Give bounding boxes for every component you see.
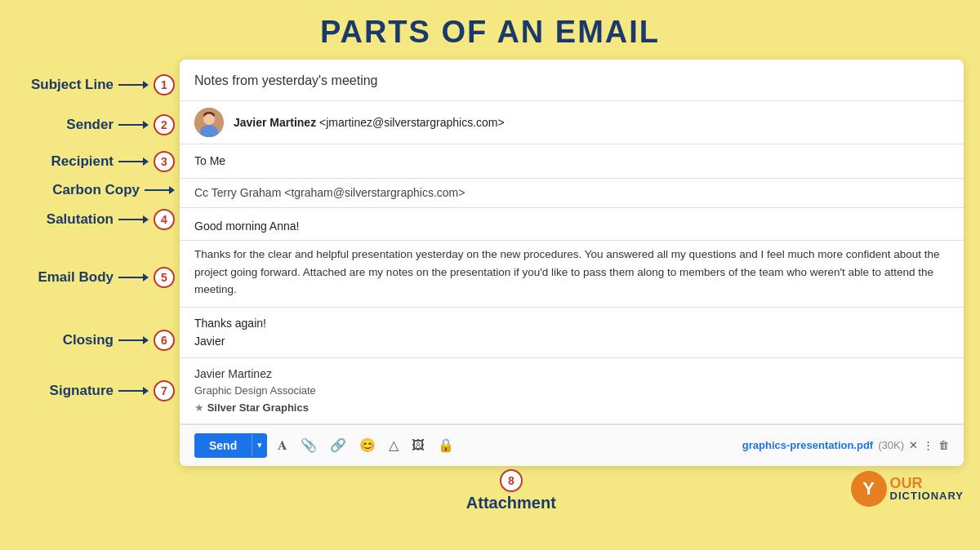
closing-line1: Thanks again! <box>194 314 949 332</box>
body-label-row: Email Body 5 <box>8 236 180 319</box>
email-body-label: Email Body <box>38 269 114 286</box>
closing-line2: Javier <box>194 332 949 350</box>
sender-row: Javier Martinez <jmartinez@silverstargra… <box>180 101 964 144</box>
yd-our-text: OUR <box>890 476 964 490</box>
subject-arrow <box>118 81 149 89</box>
toolbar-row: Send ▾ 𝐀 📎 🔗 😊 △ 🖼 🔒 graphics-presentati… <box>180 424 964 466</box>
body-row: Thanks for the clear and helpful present… <box>180 241 964 308</box>
yd-y-letter: Y <box>862 478 875 499</box>
attachment-more-icon[interactable]: ⋮ <box>923 439 933 451</box>
emoji-icon[interactable]: 😊 <box>357 436 378 455</box>
circle-4: 4 <box>154 209 175 230</box>
sender-email: <jmartinez@silverstargraphics.com> <box>319 116 505 129</box>
salutation-text: Good morning Anna! <box>194 220 299 233</box>
sig-company-name: Silver Star Graphics <box>207 401 309 414</box>
cc-label-row: Carbon Copy <box>8 176 180 203</box>
sender-arrow <box>118 121 149 129</box>
closing-arrow <box>118 336 149 344</box>
recipient-text: To Me <box>194 154 225 167</box>
carbon-copy-label: Carbon Copy <box>52 182 140 198</box>
attachment-close-icon[interactable]: ✕ <box>909 439 918 451</box>
link-icon[interactable]: 🔗 <box>327 436 349 455</box>
attachment-section-label: Attachment <box>466 494 556 512</box>
email-panel: Notes from yesterday's meeting Javier <box>180 60 964 466</box>
attachment-area: graphics-presentation.pdf (30K) ✕ ⋮ 🗑 <box>742 439 949 451</box>
cc-arrow <box>145 186 175 194</box>
salutation-label: Salutation <box>47 211 114 228</box>
attachment-delete-icon[interactable]: 🗑 <box>938 439 949 451</box>
text-format-icon[interactable]: 𝐀 <box>275 437 290 455</box>
subject-row: Notes from yesterday's meeting <box>180 60 964 101</box>
yourdictionary-logo: Y OUR DICTIONARY <box>851 471 964 507</box>
circle-5: 5 <box>154 267 175 288</box>
sender-name: Javier Martinez <box>234 116 316 129</box>
circle-6: 6 <box>154 330 175 351</box>
recipient-arrow <box>118 157 149 166</box>
closing-row: Thanks again! Javier <box>180 308 964 358</box>
sender-label: Sender <box>66 117 114 133</box>
labels-column: Subject Line 1 Sender 2 Recipient 3 <box>8 60 180 420</box>
signature-label: Signature <box>50 383 114 399</box>
sender-info: Javier Martinez <jmartinez@silverstargra… <box>234 114 505 131</box>
recipient-row: To Me <box>180 144 964 179</box>
body-text: Thanks for the clear and helpful present… <box>194 248 940 295</box>
drive-icon[interactable]: △ <box>386 436 401 455</box>
page-title: PARTS OF AN EMAIL <box>0 0 980 60</box>
salutation-label-row: Salutation 4 <box>8 203 180 236</box>
signature-label-row: Signature 7 <box>8 361 180 420</box>
avatar <box>194 108 224 137</box>
cc-row: Cc Terry Graham <tgraham@silverstargraph… <box>180 179 964 208</box>
send-dropdown-button[interactable]: ▾ <box>252 434 267 456</box>
send-button[interactable]: Send <box>194 433 252 458</box>
sig-company-star: ★ Silver Star Graphics <box>194 400 949 417</box>
photo-icon[interactable]: 🖼 <box>409 437 427 455</box>
circle-7: 7 <box>154 380 175 401</box>
circle-8: 8 <box>500 469 523 492</box>
recipient-label-row: Recipient 3 <box>8 146 180 176</box>
closing-label-row: Closing 6 <box>8 319 180 361</box>
signature-arrow <box>118 387 149 395</box>
yd-text-block: OUR DICTIONARY <box>890 476 964 501</box>
cc-text: Cc Terry Graham <tgraham@silverstargraph… <box>194 186 465 199</box>
yd-dictionary-text: DICTIONARY <box>890 490 964 501</box>
recipient-label: Recipient <box>51 153 114 170</box>
circle-2: 2 <box>154 114 175 135</box>
subject-text: Notes from yesterday's meeting <box>194 73 377 87</box>
star-icon: ★ <box>194 401 204 414</box>
sender-label-row: Sender 2 <box>8 104 180 146</box>
yd-y-circle: Y <box>851 471 887 507</box>
signature-row: Javier Martinez Graphic Design Associate… <box>180 358 964 424</box>
attachment-icon[interactable]: 📎 <box>298 436 319 455</box>
sig-name: Javier Martinez <box>194 365 949 383</box>
salutation-row: Good morning Anna! <box>180 208 964 241</box>
attachment-size: (30K) <box>878 439 904 451</box>
send-button-group[interactable]: Send ▾ <box>194 433 267 458</box>
subject-line-label-row: Subject Line 1 <box>8 66 180 104</box>
subject-line-label: Subject Line <box>31 77 114 93</box>
salutation-arrow <box>118 215 149 224</box>
body-arrow <box>118 273 149 282</box>
dropdown-arrow-icon: ▾ <box>257 440 262 450</box>
closing-label: Closing <box>63 332 114 348</box>
attachment-label-area: 8 Attachment <box>172 469 851 512</box>
sig-title: Graphic Design Associate <box>194 383 949 400</box>
circle-3: 3 <box>154 151 175 172</box>
svg-point-4 <box>204 114 215 125</box>
lock-icon[interactable]: 🔒 <box>435 436 457 455</box>
circle-1: 1 <box>154 74 175 95</box>
attachment-filename[interactable]: graphics-presentation.pdf <box>742 439 873 451</box>
